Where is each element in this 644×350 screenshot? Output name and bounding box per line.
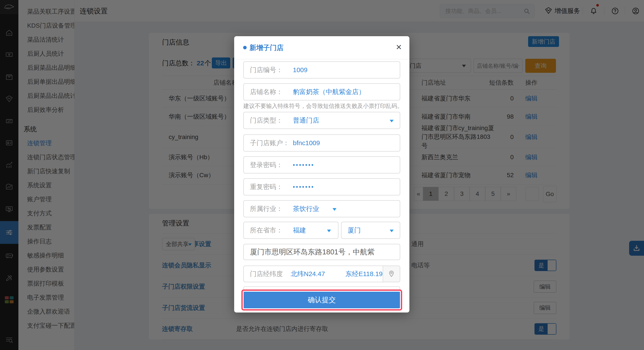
store-type-select[interactable]: 门店类型： 普通门店 <box>243 112 400 129</box>
chevron-down-icon <box>327 230 331 232</box>
sub-account-field[interactable]: 子门店账户： bfnc1009 <box>243 134 400 151</box>
latlng-field[interactable]: 门店经纬度 北纬N24.47 东经E118.19 <box>243 266 400 282</box>
store-no-field[interactable]: 门店编号： 1009 <box>243 61 400 79</box>
industry-select[interactable]: 所属行业： 茶饮行业 <box>243 200 400 217</box>
longitude-value: 东经E118.19 <box>346 270 383 278</box>
password-repeat-field[interactable]: 重复密码： ••••••• <box>243 178 400 195</box>
province-select[interactable]: 所在省市： 福建 <box>243 222 338 239</box>
close-icon[interactable]: ✕ <box>396 43 402 52</box>
latitude-value: 北纬N24.47 <box>291 270 325 278</box>
modal-header: 新增子门店 ✕ <box>234 36 410 59</box>
city-select[interactable]: 厦门 <box>341 222 400 239</box>
modal-title: 新增子门店 <box>250 43 284 52</box>
chevron-down-icon <box>390 120 394 122</box>
blue-dot-icon <box>243 46 247 49</box>
store-name-field[interactable]: 店铺名称： 豹富奶茶（中航紫金店） <box>243 83 400 100</box>
chevron-down-icon <box>332 208 336 211</box>
chevron-down-icon <box>390 230 394 232</box>
add-substore-modal: 新增子门店 ✕ 门店编号： 1009 店铺名称： 豹富奶茶（中航紫金店） 建议不… <box>234 36 410 312</box>
map-locate-button[interactable] <box>383 266 400 282</box>
location-pin-icon <box>388 270 396 278</box>
password-field[interactable]: 登录密码： ••••••• <box>243 156 400 173</box>
store-name-hint: 建议不要输入特殊符号，会导致短信推送失败及小票打印乱码。 <box>243 102 403 110</box>
annotation-highlight: 确认提交 <box>242 289 402 310</box>
address-field[interactable]: 厦门市思明区环岛东路1801号，中航紫 <box>243 244 400 260</box>
confirm-submit-button[interactable]: 确认提交 <box>244 292 400 308</box>
